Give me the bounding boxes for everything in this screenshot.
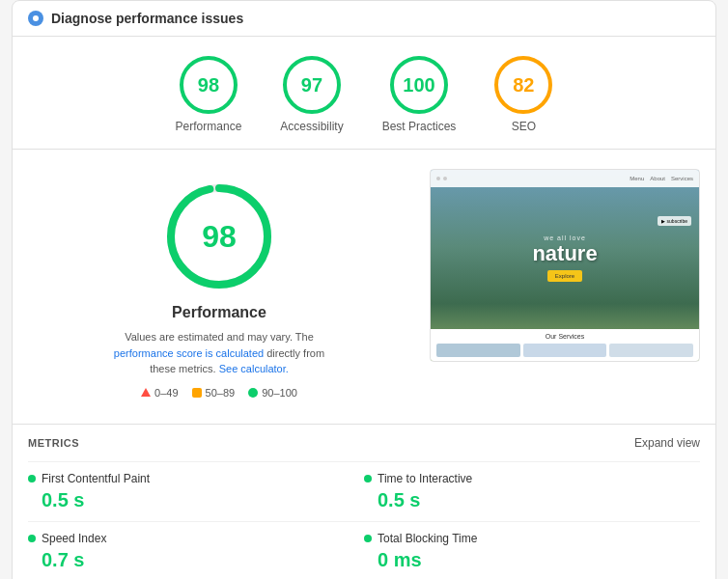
preview-dot-1: [436, 177, 440, 180]
calculator-link[interactable]: See calculator.: [219, 363, 289, 374]
metric-tbt: Total Blocking Time 0 ms: [364, 521, 700, 580]
legend-red-range: 0–49: [154, 387, 178, 399]
nav-item-2: About: [650, 176, 665, 181]
metrics-section: METRICS Expand view First Contentful Pai…: [13, 425, 715, 580]
preview-cta-button: Explore: [547, 270, 582, 282]
preview-footer-blocks: [436, 344, 693, 357]
big-score-circle-wrapper: 98: [161, 179, 277, 294]
score-circle-performance: 98: [180, 56, 238, 114]
metric-tbt-value: 0 ms: [364, 549, 700, 571]
preview-text-small: we all love: [544, 234, 586, 241]
score-label-accessibility: Accessibility: [280, 120, 343, 133]
metric-fcp-value: 0.5 s: [28, 489, 364, 511]
metric-tti: Time to Interactive 0.5 s: [364, 461, 700, 521]
legend-orange: 50–89: [192, 387, 236, 399]
header-icon: [28, 11, 43, 26]
score-label-performance: Performance: [176, 120, 242, 133]
legend-green-icon: [248, 388, 258, 398]
big-score-value: 98: [202, 219, 237, 255]
legend-triangle-icon: [141, 388, 151, 397]
score-label-seo: SEO: [512, 120, 536, 133]
metric-fcp: First Contentful Paint 0.5 s: [28, 461, 364, 521]
metric-tbt-name: Total Blocking Time: [364, 532, 700, 545]
score-accessibility[interactable]: 97 Accessibility: [280, 56, 343, 133]
metrics-grid: First Contentful Paint 0.5 s Time to Int…: [28, 461, 700, 580]
perf-desc-text: Values are estimated and may vary. The: [125, 331, 314, 343]
legend-green: 90–100: [248, 387, 297, 399]
metric-tti-name: Time to Interactive: [364, 472, 700, 485]
score-seo[interactable]: 82 SEO: [494, 56, 552, 133]
preview-text-large: nature: [532, 241, 597, 266]
score-circle-best-practices: 100: [390, 56, 448, 114]
legend-orange-range: 50–89: [206, 387, 236, 399]
score-circle-seo: 82: [494, 56, 552, 114]
main-section: 98 Performance Values are estimated and …: [13, 150, 715, 425]
score-circle-accessibility: 97: [283, 56, 341, 114]
card-header: Diagnose performance issues: [13, 1, 715, 37]
preview-footer-title: Our Services: [436, 333, 693, 340]
perf-score-link[interactable]: performance score is calculated: [114, 347, 264, 359]
metric-fcp-name: First Contentful Paint: [28, 472, 364, 485]
preview-content: we all love nature Explore ▶ subscribe: [431, 187, 699, 329]
preview-footer: Our Services: [431, 329, 699, 361]
metrics-header: METRICS Expand view: [28, 436, 700, 450]
perf-description: Values are estimated and may vary. The p…: [103, 329, 335, 377]
preview-dot-2: [443, 177, 447, 180]
metric-tti-dot: [364, 475, 372, 482]
legend-red: 0–49: [141, 387, 178, 399]
metric-tti-value: 0.5 s: [364, 489, 700, 511]
performance-panel: 98 Performance Values are estimated and …: [28, 169, 410, 408]
preview-block-3: [609, 344, 693, 357]
preview-header-bar: Menu About Services: [431, 170, 699, 187]
perf-title: Performance: [172, 304, 266, 321]
nav-item-1: Menu: [630, 176, 644, 181]
metrics-title: METRICS: [28, 437, 79, 449]
preview-subscribe: ▶ subscribe: [658, 216, 691, 226]
metric-si-dot: [28, 535, 36, 542]
metric-fcp-dot: [28, 475, 36, 482]
preview-panel: Menu About Services we all love nature E…: [430, 169, 700, 408]
preview-block-1: [436, 344, 520, 357]
main-card: Diagnose performance issues 98 Performan…: [12, 0, 716, 579]
legend-green-range: 90–100: [262, 387, 297, 399]
preview-block-2: [523, 344, 607, 357]
scores-row: 98 Performance 97 Accessibility 100 Best…: [13, 37, 715, 150]
score-performance[interactable]: 98 Performance: [176, 56, 242, 133]
metric-si-name: Speed Index: [28, 532, 364, 545]
expand-view-button[interactable]: Expand view: [634, 436, 700, 450]
legend-row: 0–49 50–89 90–100: [141, 387, 297, 399]
website-preview: Menu About Services we all love nature E…: [430, 169, 700, 362]
score-best-practices[interactable]: 100 Best Practices: [382, 56, 457, 133]
score-label-best-practices: Best Practices: [382, 120, 457, 133]
metric-si-value: 0.7 s: [28, 549, 364, 571]
metric-tbt-dot: [364, 535, 372, 542]
preview-nav: Menu About Services: [630, 176, 693, 181]
metric-si: Speed Index 0.7 s: [28, 521, 364, 580]
legend-orange-icon: [192, 388, 202, 398]
card-title: Diagnose performance issues: [51, 11, 243, 26]
nav-item-3: Services: [671, 176, 693, 181]
